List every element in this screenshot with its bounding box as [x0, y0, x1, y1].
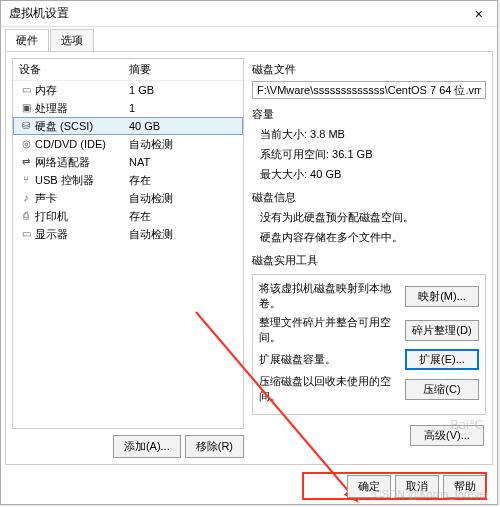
device-name: 显示器	[35, 226, 129, 242]
tab-hardware[interactable]: 硬件	[5, 29, 49, 51]
device-name: CD/DVD (IDE)	[35, 136, 129, 152]
device-row[interactable]: ▭显示器自动检测	[13, 225, 243, 243]
device-list-buttons: 添加(A)... 移除(R)	[12, 435, 244, 458]
device-icon: ⎙	[19, 208, 33, 224]
device-row[interactable]: ◎CD/DVD (IDE)自动检测	[13, 135, 243, 153]
tab-options[interactable]: 选项	[50, 29, 94, 51]
device-row[interactable]: ▭内存1 GB	[13, 81, 243, 99]
device-row[interactable]: ⇄网络适配器NAT	[13, 153, 243, 171]
titlebar: 虚拟机设置 ×	[1, 1, 497, 27]
device-list-header: 设备 摘要	[13, 59, 243, 81]
defrag-button[interactable]: 碎片整理(D)	[405, 320, 479, 341]
device-row[interactable]: ⑂USB 控制器存在	[13, 171, 243, 189]
hardware-left-panel: 设备 摘要 ▭内存1 GB▣处理器1⛁硬盘 (SCSI)40 GB◎CD/DVD…	[12, 58, 244, 458]
device-summary: 自动检测	[129, 136, 237, 152]
util-defrag-label: 整理文件碎片并整合可用空间。	[259, 315, 401, 345]
device-summary: 40 GB	[129, 118, 237, 134]
vm-settings-dialog: 虚拟机设置 × 硬件 选项 设备 摘要 ▭内存1 GB▣处理器1⛁硬盘 (SCS…	[0, 0, 498, 505]
col-header-summary: 摘要	[129, 62, 237, 77]
device-summary: 自动检测	[129, 190, 237, 206]
device-icon: ◎	[19, 136, 33, 152]
compact-button[interactable]: 压缩(C)	[405, 379, 479, 400]
device-icon: ▣	[19, 100, 33, 116]
tab-strip: 硬件 选项	[1, 27, 497, 51]
device-summary: 存在	[129, 208, 237, 224]
max-size: 最大大小: 40 GB	[252, 166, 486, 182]
device-summary: 存在	[129, 172, 237, 188]
help-button[interactable]: 帮助	[443, 475, 487, 498]
device-name: 网络适配器	[35, 154, 129, 170]
disk-utilities-frame: 将该虚拟机磁盘映射到本地卷。 映射(M)... 整理文件碎片并整合可用空间。 碎…	[252, 274, 486, 415]
capacity-label: 容量	[252, 107, 486, 122]
ok-button[interactable]: 确定	[347, 475, 391, 498]
device-icon: ⇄	[19, 154, 33, 170]
cancel-button[interactable]: 取消	[395, 475, 439, 498]
device-icon: ⑂	[19, 172, 33, 188]
disk-info-2: 硬盘内容存储在多个文件中。	[252, 229, 486, 245]
device-icon: ▭	[19, 82, 33, 98]
advanced-button[interactable]: 高级(V)...	[410, 425, 484, 446]
dialog-button-row: 确定 取消 帮助 CSDN @Korna_forever	[1, 469, 497, 504]
map-button[interactable]: 映射(M)...	[405, 286, 479, 307]
disk-file-label: 磁盘文件	[252, 62, 486, 77]
current-size: 当前大小: 3.8 MB	[252, 126, 486, 142]
disk-info-label: 磁盘信息	[252, 190, 486, 205]
device-list-body[interactable]: ▭内存1 GB▣处理器1⛁硬盘 (SCSI)40 GB◎CD/DVD (IDE)…	[13, 81, 243, 428]
disk-utilities-label: 磁盘实用工具	[252, 253, 486, 268]
device-name: 内存	[35, 82, 129, 98]
window-title: 虚拟机设置	[9, 5, 69, 22]
advanced-row: 高级(V)...	[252, 425, 486, 446]
device-summary: 1	[129, 100, 237, 116]
util-map-label: 将该虚拟机磁盘映射到本地卷。	[259, 281, 401, 311]
columns: 设备 摘要 ▭内存1 GB▣处理器1⛁硬盘 (SCSI)40 GB◎CD/DVD…	[12, 58, 486, 458]
util-expand-label: 扩展磁盘容量。	[259, 352, 401, 367]
disk-file-field[interactable]	[252, 81, 486, 99]
device-name: 处理器	[35, 100, 129, 116]
device-row[interactable]: ⛁硬盘 (SCSI)40 GB	[13, 117, 243, 135]
free-space: 系统可用空间: 36.1 GB	[252, 146, 486, 162]
close-icon[interactable]: ×	[469, 6, 489, 22]
col-header-device: 设备	[19, 62, 129, 77]
device-row[interactable]: ♪声卡自动检测	[13, 189, 243, 207]
add-button[interactable]: 添加(A)...	[113, 435, 181, 458]
device-summary: NAT	[129, 154, 237, 170]
remove-button[interactable]: 移除(R)	[185, 435, 244, 458]
device-name: 打印机	[35, 208, 129, 224]
device-icon: ♪	[19, 190, 33, 206]
device-row[interactable]: ⎙打印机存在	[13, 207, 243, 225]
device-list: 设备 摘要 ▭内存1 GB▣处理器1⛁硬盘 (SCSI)40 GB◎CD/DVD…	[12, 58, 244, 429]
util-compact-label: 压缩磁盘以回收未使用的空间。	[259, 374, 401, 404]
device-name: USB 控制器	[35, 172, 129, 188]
hardware-right-panel: 磁盘文件 容量 当前大小: 3.8 MB 系统可用空间: 36.1 GB 最大大…	[252, 58, 486, 458]
disk-info-1: 没有为此硬盘预分配磁盘空间。	[252, 209, 486, 225]
device-summary: 1 GB	[129, 82, 237, 98]
expand-button[interactable]: 扩展(E)...	[405, 349, 479, 370]
device-icon: ▭	[19, 226, 33, 242]
device-row[interactable]: ▣处理器1	[13, 99, 243, 117]
device-summary: 自动检测	[129, 226, 237, 242]
device-name: 声卡	[35, 190, 129, 206]
device-name: 硬盘 (SCSI)	[35, 118, 129, 134]
tab-content: 设备 摘要 ▭内存1 GB▣处理器1⛁硬盘 (SCSI)40 GB◎CD/DVD…	[5, 51, 493, 465]
device-icon: ⛁	[19, 118, 33, 134]
